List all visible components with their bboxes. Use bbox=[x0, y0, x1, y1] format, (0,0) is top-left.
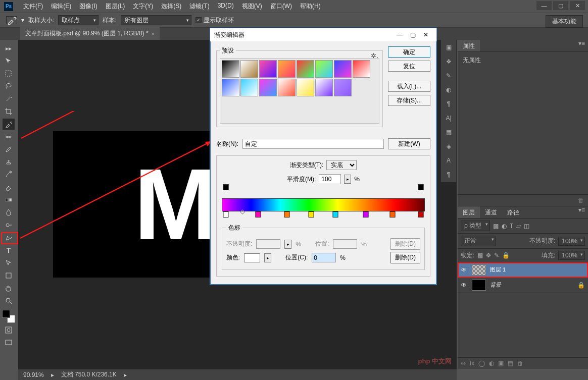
dialog-close-icon[interactable]: ✕ bbox=[419, 30, 432, 40]
smoothness-input[interactable] bbox=[319, 174, 341, 184]
pen-tool[interactable] bbox=[3, 232, 15, 243]
color-stop[interactable] bbox=[308, 211, 314, 218]
preset-swatch[interactable] bbox=[259, 60, 277, 78]
preset-swatch[interactable] bbox=[278, 60, 296, 78]
eyedropper-tool[interactable] bbox=[3, 119, 15, 130]
lock-position-icon[interactable]: ✥ bbox=[486, 252, 491, 259]
filter-shape-icon[interactable]: ▱ bbox=[516, 223, 521, 230]
tab-channels[interactable]: 通道 bbox=[480, 206, 502, 218]
shape-tool[interactable] bbox=[3, 270, 15, 281]
screen-mode-icon[interactable] bbox=[3, 337, 15, 348]
visibility-eye-icon[interactable]: 👁 bbox=[461, 282, 468, 289]
preset-swatch[interactable] bbox=[334, 60, 352, 78]
magic-wand-tool[interactable] bbox=[3, 93, 15, 104]
expand-tools-icon[interactable]: ▸▸ bbox=[3, 43, 15, 54]
history-brush-tool[interactable] bbox=[3, 169, 15, 180]
brush-tool[interactable] bbox=[3, 144, 15, 155]
window-close[interactable]: ✕ bbox=[570, 1, 585, 10]
layer-thumbnail[interactable] bbox=[472, 280, 486, 291]
sample-size-dropdown[interactable]: 取样点 bbox=[58, 15, 99, 25]
doc-size-display[interactable]: 文档:750.0 K/236.1K bbox=[61, 370, 117, 379]
status-expand-icon[interactable]: ▸ bbox=[51, 371, 54, 378]
preset-swatch[interactable] bbox=[222, 60, 239, 78]
link-layers-icon[interactable]: ⇔ bbox=[461, 360, 466, 367]
preset-swatch[interactable] bbox=[297, 60, 314, 78]
menu-item[interactable]: 选择(S) bbox=[157, 2, 185, 11]
adjustments-panel-icon[interactable]: ◐ bbox=[446, 86, 451, 93]
color-stop[interactable] bbox=[284, 211, 289, 218]
smoothness-stepper-icon[interactable]: ▸ bbox=[344, 175, 351, 184]
preset-swatch[interactable] bbox=[353, 60, 370, 78]
menu-item[interactable]: 滤镜(T) bbox=[185, 2, 213, 11]
color-stop[interactable] bbox=[256, 211, 261, 218]
crop-tool[interactable] bbox=[3, 106, 15, 117]
move-tool[interactable] bbox=[3, 56, 15, 67]
delete-layer-icon[interactable]: 🗑 bbox=[517, 360, 523, 367]
workspace-switcher[interactable]: 基本功能 bbox=[546, 15, 583, 28]
gradient-name-input[interactable] bbox=[242, 139, 384, 149]
zoom-tool[interactable] bbox=[3, 295, 15, 306]
filter-type-icon[interactable]: T bbox=[510, 223, 513, 230]
preset-swatch[interactable] bbox=[240, 60, 258, 78]
preset-swatch[interactable] bbox=[297, 79, 314, 96]
dialog-minimize-icon[interactable]: — bbox=[393, 30, 406, 40]
menu-item[interactable]: 视图(V) bbox=[238, 2, 266, 11]
layer-thumbnail[interactable] bbox=[472, 264, 486, 276]
panel-menu-icon[interactable]: ▾≡ bbox=[575, 206, 588, 218]
color-swatches[interactable] bbox=[2, 310, 15, 323]
lasso-tool[interactable] bbox=[3, 81, 15, 92]
tab-paths[interactable]: 路径 bbox=[502, 206, 524, 218]
group-icon[interactable]: ▣ bbox=[498, 360, 504, 367]
gradient-type-select[interactable]: 实底 bbox=[326, 160, 357, 170]
preset-swatch[interactable] bbox=[240, 79, 258, 96]
preset-swatches-grid[interactable] bbox=[220, 58, 379, 124]
trash-icon[interactable]: 🗑 bbox=[458, 194, 588, 206]
new-gradient-button[interactable]: 新建(W) bbox=[388, 138, 430, 149]
menu-item[interactable]: 文件(F) bbox=[19, 2, 47, 11]
menu-item[interactable]: 帮助(H) bbox=[296, 2, 325, 11]
quick-mask-icon[interactable] bbox=[3, 324, 15, 336]
menu-item[interactable]: 图层(L) bbox=[102, 2, 129, 11]
brushes-panel-icon[interactable]: ✎ bbox=[446, 72, 451, 79]
color-stop[interactable] bbox=[389, 211, 395, 218]
adjustment-layer-icon[interactable]: ◐ bbox=[489, 360, 494, 367]
stop-color-swatch[interactable] bbox=[244, 253, 260, 262]
marquee-tool[interactable] bbox=[3, 68, 15, 79]
preset-swatch[interactable] bbox=[315, 60, 333, 78]
menu-item[interactable]: 图像(I) bbox=[75, 2, 101, 11]
gradient-tool[interactable] bbox=[3, 194, 15, 205]
lock-pixels-icon[interactable]: ▩ bbox=[477, 252, 483, 259]
visibility-eye-icon[interactable]: 👁 bbox=[461, 266, 468, 274]
preset-swatch[interactable] bbox=[259, 79, 277, 96]
color-stop[interactable] bbox=[333, 211, 338, 218]
ok-button[interactable]: 确定 bbox=[388, 46, 430, 58]
navigator-panel-icon[interactable]: ¶ bbox=[447, 171, 450, 178]
document-tab[interactable]: 文章封面模板.psd @ 90.9% (图层 1, RGB/8) * × bbox=[20, 27, 160, 40]
dodge-tool[interactable] bbox=[3, 220, 15, 231]
layer-row[interactable]: 👁 图层 1 bbox=[458, 262, 588, 278]
new-layer-icon[interactable]: ▤ bbox=[508, 360, 513, 367]
save-button[interactable]: 存储(S)... bbox=[388, 95, 430, 106]
zoom-display[interactable]: 90.91% bbox=[23, 371, 44, 378]
layer-filter-kind[interactable]: ρ 类型 bbox=[461, 221, 490, 231]
menu-item[interactable]: 3D(D) bbox=[214, 2, 238, 11]
filter-smart-icon[interactable]: ◫ bbox=[524, 223, 529, 230]
styles-panel-icon[interactable]: ▦ bbox=[446, 129, 452, 136]
close-tab-icon[interactable]: × bbox=[152, 31, 155, 37]
history-panel-icon[interactable]: ▣ bbox=[446, 44, 452, 51]
eyedropper-preview-icon[interactable] bbox=[6, 16, 17, 24]
preset-swatch[interactable] bbox=[315, 79, 333, 96]
layer-fx-icon[interactable]: fx bbox=[470, 360, 474, 367]
lock-all-icon[interactable]: 🔒 bbox=[502, 252, 510, 259]
lock-brush-icon[interactable]: ✎ bbox=[494, 252, 499, 259]
path-selection-tool[interactable] bbox=[3, 257, 15, 268]
reset-button[interactable]: 复位 bbox=[388, 61, 430, 72]
layer-mask-icon[interactable]: ◯ bbox=[478, 360, 485, 367]
layer-opacity-input[interactable]: 100% bbox=[558, 237, 585, 246]
window-minimize[interactable]: — bbox=[536, 1, 552, 10]
menu-item[interactable]: 文字(Y) bbox=[129, 2, 157, 11]
sample-layers-dropdown[interactable]: 所有图层 bbox=[121, 15, 191, 25]
color-stop[interactable] bbox=[418, 211, 423, 218]
panel-menu-icon[interactable]: ▾≡ bbox=[575, 40, 588, 51]
menu-item[interactable]: 编辑(E) bbox=[47, 2, 75, 11]
